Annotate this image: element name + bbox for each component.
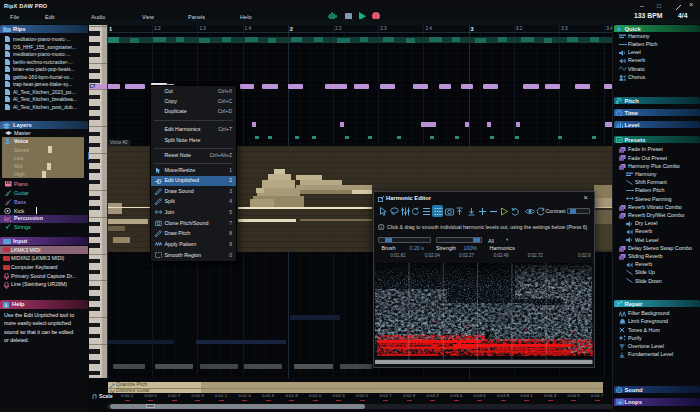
svg-text:∞: ∞ <box>618 400 621 405</box>
